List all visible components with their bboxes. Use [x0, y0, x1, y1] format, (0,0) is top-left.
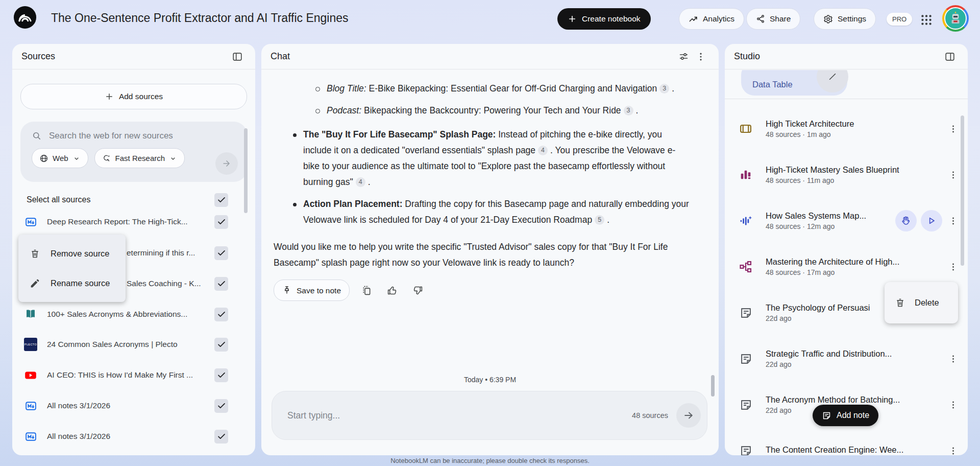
pin-icon: [282, 286, 291, 295]
chat-actions-row: Save to note: [274, 279, 705, 301]
citation-chip[interactable]: 4: [538, 146, 548, 155]
mindmap-icon: [737, 258, 754, 275]
source-count-label: 48 sources: [632, 411, 668, 420]
source-checkbox[interactable]: [214, 215, 228, 229]
studio-item[interactable]: How Sales Systems Map... 48 sources · 12…: [725, 204, 968, 237]
robot-avatar-image: [944, 7, 967, 30]
create-notebook-button[interactable]: Create notebook: [557, 8, 651, 30]
studio-chip-zone: Data Table: [725, 70, 968, 100]
source-checkbox[interactable]: [214, 308, 228, 321]
analytics-button[interactable]: Analytics: [679, 8, 744, 30]
chevron-down-icon: [169, 154, 177, 162]
interactive-mode-button[interactable]: [895, 210, 917, 231]
citation-chip[interactable]: 4: [356, 177, 365, 187]
sources-scrollbar[interactable]: [244, 128, 248, 213]
web-search-box: Search the web for new sources Web Fast …: [20, 122, 247, 182]
trash-icon: [30, 248, 40, 259]
book-favicon: [23, 307, 38, 321]
chat-closing-paragraph: Would you like me to help you write the …: [274, 239, 685, 271]
arrow-right-icon: [683, 410, 694, 421]
studio-item[interactable]: High-Ticket Mastery Sales Blueprint 48 s…: [725, 158, 968, 191]
source-row[interactable]: All notes 3/1/2026: [12, 394, 255, 417]
citation-chip[interactable]: 5: [595, 215, 604, 225]
chat-scrollbar[interactable]: [711, 375, 715, 397]
source-checkbox[interactable]: [214, 277, 228, 291]
chat-sub-bullet: Podcast: Bikepacking the Backcountry: Po…: [314, 103, 684, 119]
studio-item-menu-icon[interactable]: [945, 121, 961, 136]
trending-up-icon: [689, 14, 698, 24]
chat-more-options-icon[interactable]: [692, 48, 709, 65]
play-icon: [926, 216, 937, 226]
note-source-icon: [23, 215, 38, 229]
source-row[interactable]: Deep Research Report: The High-Tick...: [12, 211, 255, 233]
trash-icon: [895, 297, 905, 308]
disclaimer-text: NotebookLM can be inaccurate; please dou…: [0, 457, 980, 464]
select-all-checkbox[interactable]: [214, 193, 228, 207]
collapse-studio-panel-icon[interactable]: [941, 48, 959, 65]
add-note-button[interactable]: Add note: [813, 405, 878, 426]
chevron-down-icon: [72, 154, 81, 162]
chat-sub-bullet: Blog Title: E-Bike Bikepacking: Essentia…: [314, 81, 684, 97]
studio-item-menu-icon[interactable]: [945, 397, 961, 412]
search-icon: [32, 131, 42, 141]
send-button[interactable]: [676, 403, 701, 428]
notebooklm-logo-icon[interactable]: [13, 6, 37, 29]
thumbs-down-icon[interactable]: [409, 282, 426, 299]
chat-settings-icon[interactable]: [675, 48, 692, 65]
studio-scrollbar[interactable]: [961, 115, 964, 266]
citation-chip[interactable]: 3: [624, 106, 633, 115]
chat-input-bar: 48 sources: [272, 391, 707, 440]
note-icon: [737, 350, 754, 367]
pencil-icon: [827, 72, 838, 82]
save-to-note-button[interactable]: Save to note: [274, 279, 350, 301]
source-checkbox[interactable]: [214, 368, 228, 382]
studio-item-menu-icon[interactable]: [945, 167, 961, 182]
source-row[interactable]: All notes 3/1/2026: [12, 425, 255, 448]
remove-source-menu-item[interactable]: Remove source: [18, 239, 126, 268]
add-sources-button[interactable]: Add sources: [20, 84, 247, 109]
collapse-sources-panel-icon[interactable]: [229, 48, 246, 65]
studio-item[interactable]: Mastering the Architecture of High... 48…: [725, 250, 968, 283]
notebooklm-app: The One-Sentence Profit Extractor and AI…: [0, 0, 980, 466]
research-mode-dropdown[interactable]: Fast Research: [94, 148, 185, 168]
rename-source-menu-item[interactable]: Rename source: [18, 268, 126, 298]
play-audio-button[interactable]: [921, 210, 942, 231]
studio-item[interactable]: The Content Creation Engine: Wee...: [725, 434, 968, 455]
globe-icon: [39, 154, 48, 163]
note-source-icon: [23, 399, 38, 413]
hand-wave-icon: [900, 215, 912, 226]
note-icon: [737, 304, 754, 321]
account-avatar[interactable]: [942, 5, 969, 32]
chat-message: Blog Title: E-Bike Bikepacking: Essentia…: [274, 69, 705, 301]
web-filter-dropdown[interactable]: Web: [32, 148, 88, 168]
copy-icon[interactable]: [358, 282, 375, 299]
share-button[interactable]: Share: [746, 8, 800, 30]
submit-search-button[interactable]: [215, 152, 238, 175]
delete-menu-item[interactable]: Delete: [885, 282, 958, 323]
studio-item[interactable]: High Ticket Architecture 48 sources · 1m…: [725, 112, 968, 145]
select-all-sources-label: Select all sources: [27, 195, 90, 204]
chat-bullet: Action Plan Placement: Drafting the copy…: [291, 196, 690, 228]
source-row[interactable]: AI CEO: THIS is How I'd Make My First ..…: [12, 364, 255, 386]
thumbs-up-icon[interactable]: [383, 282, 401, 299]
source-checkbox[interactable]: [214, 430, 228, 444]
sources-panel-title: Sources: [21, 51, 55, 62]
chat-text-input[interactable]: [286, 410, 632, 422]
google-apps-grid-icon[interactable]: [918, 12, 935, 28]
studio-item[interactable]: Strategic Traffic and Distribution... 22…: [725, 342, 968, 375]
source-checkbox[interactable]: [214, 399, 228, 413]
studio-item-menu-icon[interactable]: [945, 259, 961, 274]
source-checkbox[interactable]: [214, 246, 228, 260]
source-row[interactable]: PLECTO 24 Common Sales Acronyms | Plecto: [12, 333, 255, 356]
pro-badge: PRO: [887, 13, 912, 26]
studio-item-menu-icon[interactable]: [945, 351, 961, 366]
settings-button[interactable]: Settings: [814, 8, 876, 30]
citation-chip[interactable]: 3: [659, 84, 669, 94]
chat-bullet: The "Buy It For Life Basecamp" Splash Pa…: [291, 127, 690, 190]
source-row[interactable]: 100+ Sales Acronyms & Abbreviations...: [12, 303, 255, 325]
studio-item-menu-icon[interactable]: [945, 213, 961, 228]
studio-item-menu-icon[interactable]: [945, 443, 961, 455]
search-placeholder[interactable]: Search the web for new sources: [49, 131, 173, 141]
note-icon: [737, 396, 754, 413]
source-checkbox[interactable]: [214, 338, 228, 352]
